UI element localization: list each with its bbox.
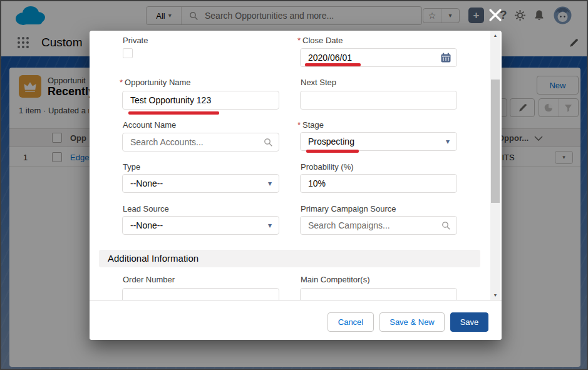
next-step-input[interactable] bbox=[300, 91, 457, 110]
caret-down-icon: ▾ bbox=[268, 221, 272, 230]
required-asterisk: * bbox=[297, 120, 301, 130]
search-icon bbox=[264, 138, 273, 147]
opportunity-name-annotation-underline bbox=[128, 111, 219, 115]
stage-value: Prospecting bbox=[308, 136, 354, 146]
modal-close-icon[interactable] bbox=[488, 8, 502, 22]
lead-source-value: --None-- bbox=[130, 220, 163, 230]
probability-input[interactable] bbox=[300, 174, 457, 193]
stage-annotation-underline bbox=[306, 150, 359, 153]
stage-select[interactable]: Prospecting ▾ bbox=[300, 132, 457, 151]
type-select[interactable]: --None-- ▾ bbox=[122, 174, 279, 193]
scrollbar-up-arrow-icon[interactable]: ▲ bbox=[490, 31, 500, 40]
section-header-additional-information: Additional Information bbox=[99, 250, 480, 267]
primary-campaign-source-label: Primary Campaign Source bbox=[301, 204, 396, 213]
save-and-new-button[interactable]: Save & New bbox=[379, 312, 445, 332]
main-competitors-label: Main Competitor(s) bbox=[301, 275, 370, 284]
modal-scroll-area: Private *Close Date *Opportunity Name bbox=[90, 31, 502, 300]
required-asterisk: * bbox=[297, 36, 301, 45]
main-competitors-input[interactable] bbox=[300, 288, 457, 300]
primary-campaign-lookup[interactable]: Search Campaigns... bbox=[300, 216, 457, 235]
private-label: Private bbox=[123, 36, 148, 45]
lead-source-select[interactable]: --None-- ▾ bbox=[122, 216, 279, 235]
required-asterisk: * bbox=[120, 78, 123, 87]
save-button[interactable]: Save bbox=[450, 312, 488, 332]
modal-scrollbar[interactable]: ▲ ▼ bbox=[490, 31, 500, 300]
next-step-label: Next Step bbox=[301, 78, 336, 87]
primary-campaign-placeholder: Search Campaigns... bbox=[308, 220, 390, 230]
type-label: Type bbox=[123, 162, 140, 172]
search-icon bbox=[441, 221, 451, 230]
account-name-label: Account Name bbox=[123, 120, 176, 130]
modal-footer: Cancel Save & New Save bbox=[90, 300, 502, 340]
order-number-input[interactable] bbox=[122, 288, 279, 300]
calendar-icon[interactable] bbox=[441, 53, 451, 63]
opportunity-name-label: *Opportunity Name bbox=[120, 78, 191, 87]
close-date-label: *Close Date bbox=[297, 36, 343, 45]
salesforce-window: All ▾ Search Opportunities and more... ☆… bbox=[0, 0, 588, 370]
type-value: --None-- bbox=[130, 178, 163, 188]
opportunity-name-input[interactable] bbox=[122, 91, 279, 110]
private-checkbox[interactable] bbox=[123, 48, 133, 58]
caret-down-icon: ▾ bbox=[446, 137, 450, 146]
account-name-placeholder: Search Accounts... bbox=[130, 137, 204, 147]
order-number-label: Order Number bbox=[123, 275, 175, 284]
scrollbar-down-arrow-icon[interactable]: ▼ bbox=[490, 290, 500, 300]
new-opportunity-modal: Private *Close Date *Opportunity Name bbox=[90, 31, 502, 340]
account-name-lookup[interactable]: Search Accounts... bbox=[122, 133, 279, 152]
probability-label: Probability (%) bbox=[301, 162, 354, 172]
scrollbar-thumb[interactable] bbox=[491, 80, 500, 203]
lead-source-label: Lead Source bbox=[123, 204, 169, 213]
stage-label: *Stage bbox=[297, 120, 324, 130]
close-date-annotation-underline bbox=[305, 63, 361, 66]
cancel-button[interactable]: Cancel bbox=[328, 312, 374, 332]
caret-down-icon: ▾ bbox=[268, 179, 272, 188]
